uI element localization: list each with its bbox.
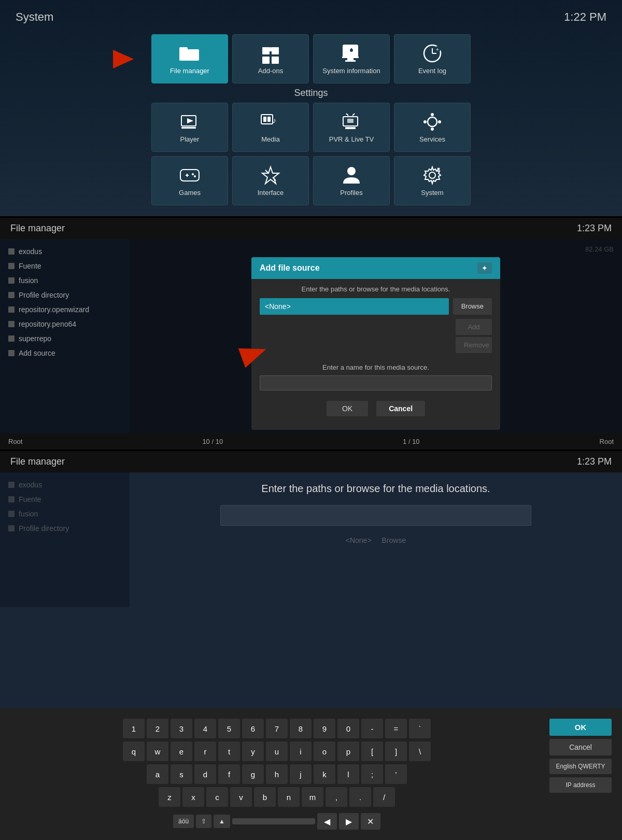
kb-key-y[interactable]: y xyxy=(242,741,264,761)
kb-backspace-button[interactable]: ✕ xyxy=(361,813,380,830)
kb-key-l[interactable]: l xyxy=(337,764,359,784)
tile-profiles[interactable]: Profiles xyxy=(313,156,390,205)
kb-key-e[interactable]: e xyxy=(171,741,192,761)
kb-key-r[interactable]: r xyxy=(194,741,216,761)
kb-nav-left-button[interactable]: ◀ xyxy=(317,813,337,830)
tile-event-log[interactable]: + Event log xyxy=(394,34,471,83)
kb-key-5[interactable]: 5 xyxy=(218,719,240,738)
tile-system-information[interactable]: System information xyxy=(313,34,390,83)
kb-key-slash[interactable]: / xyxy=(373,787,395,807)
dialog-name-label: Enter a name for this media source. xyxy=(260,363,492,371)
kb-key-3[interactable]: 3 xyxy=(171,719,192,738)
sidebar-item-fuente[interactable]: Fuente xyxy=(0,259,130,273)
svg-point-44 xyxy=(347,167,356,175)
kb-caps-button[interactable]: ▲ xyxy=(214,815,230,828)
keyboard-input-section: File manager 1:23 PM exodus Fuente fusio… xyxy=(0,451,622,840)
kb-key-9[interactable]: 9 xyxy=(314,719,335,738)
kb-cancel-button[interactable]: Cancel xyxy=(549,739,612,755)
kb-key-k[interactable]: k xyxy=(314,764,335,784)
kb-key-1[interactable]: 1 xyxy=(123,719,145,738)
dialog-source-input[interactable]: <None> xyxy=(260,298,449,315)
kb-key-h[interactable]: h xyxy=(266,764,288,784)
dialog-remove-button[interactable]: Remove xyxy=(456,337,492,353)
tile-media[interactable]: ♪ Media xyxy=(232,103,309,152)
kb-key-quote[interactable]: ' xyxy=(385,764,407,784)
tile-services[interactable]: Services xyxy=(394,103,471,152)
kb-special-chars-button[interactable]: äöü xyxy=(173,815,194,828)
s3-url-input[interactable] xyxy=(220,505,531,526)
sidebar-item-add-source[interactable]: Add source xyxy=(0,346,130,360)
kb-language-button[interactable]: English QWERTY xyxy=(549,759,612,774)
kb-key-2[interactable]: 2 xyxy=(147,719,168,738)
kb-key-backslash[interactable]: \ xyxy=(409,741,431,761)
kb-key-0[interactable]: 0 xyxy=(337,719,359,738)
dialog-name-input[interactable] xyxy=(260,375,492,390)
dialog-cancel-button[interactable]: Cancel xyxy=(376,401,425,416)
kb-key-z[interactable]: z xyxy=(159,787,180,807)
sidebar-item-repo-peno64[interactable]: repository.peno64 xyxy=(0,317,130,331)
kb-key-i[interactable]: i xyxy=(290,741,312,761)
kb-key-4[interactable]: 4 xyxy=(194,719,216,738)
kb-key-8[interactable]: 8 xyxy=(290,719,312,738)
sidebar-item-profile-directory[interactable]: Profile directory xyxy=(0,288,130,302)
kb-ok-button[interactable]: OK xyxy=(549,719,612,736)
sidebar-item-repo-openwizard[interactable]: repository.openwizard xyxy=(0,302,130,317)
tile-player[interactable]: Player xyxy=(151,103,228,152)
kb-space-button[interactable] xyxy=(232,818,315,824)
kb-key-t[interactable]: t xyxy=(218,741,240,761)
tile-interface[interactable]: Interface xyxy=(232,156,309,205)
kb-key-semicolon[interactable]: ; xyxy=(361,764,383,784)
kb-key-n[interactable]: n xyxy=(278,787,300,807)
kb-key-d[interactable]: d xyxy=(194,764,216,784)
kb-key-minus[interactable]: - xyxy=(361,719,383,738)
kb-ip-address-button[interactable]: IP address xyxy=(549,777,612,793)
dialog-subtitle: Enter the paths or browse for the media … xyxy=(260,285,492,293)
tile-games[interactable]: Games xyxy=(151,156,228,205)
kb-key-lbracket[interactable]: [ xyxy=(361,741,383,761)
sidebar-item-fusion[interactable]: fusion xyxy=(0,273,130,288)
svg-line-28 xyxy=(346,114,348,116)
kb-key-j[interactable]: j xyxy=(290,764,312,784)
dialog-header: Add file source ✦ xyxy=(251,257,500,279)
s1-app-title: System xyxy=(16,10,53,24)
dialog-close-button[interactable]: ✦ xyxy=(477,262,492,274)
kb-key-6[interactable]: 6 xyxy=(242,719,264,738)
kb-key-7[interactable]: 7 xyxy=(266,719,288,738)
kb-key-m[interactable]: m xyxy=(302,787,323,807)
kb-key-u[interactable]: u xyxy=(266,741,288,761)
kb-key-s[interactable]: s xyxy=(171,764,192,784)
tile-system[interactable]: System xyxy=(394,156,471,205)
kb-key-f[interactable]: f xyxy=(218,764,240,784)
kb-key-b[interactable]: b xyxy=(254,787,276,807)
kb-key-x[interactable]: x xyxy=(182,787,204,807)
kb-key-comma[interactable]: , xyxy=(326,787,347,807)
folder-icon xyxy=(8,306,15,313)
dialog-ok-button[interactable]: OK xyxy=(327,401,368,416)
kb-key-c[interactable]: c xyxy=(206,787,228,807)
kb-key-w[interactable]: w xyxy=(147,741,168,761)
kb-key-p[interactable]: p xyxy=(337,741,359,761)
dialog-add-button[interactable]: Add xyxy=(456,319,492,335)
s1-header: System 1:22 PM xyxy=(16,10,606,24)
tile-pvr[interactable]: PVR & Live TV xyxy=(313,103,390,152)
tile-add-ons[interactable]: Add-ons xyxy=(232,34,309,83)
kb-key-period[interactable]: . xyxy=(349,787,371,807)
kb-key-g[interactable]: g xyxy=(242,764,264,784)
kb-key-equals[interactable]: = xyxy=(385,719,407,738)
sidebar-item-exodus[interactable]: exodus xyxy=(0,244,130,259)
kb-key-backtick[interactable]: ` xyxy=(409,719,431,738)
dialog-browse-button[interactable]: Browse xyxy=(453,298,492,315)
kb-key-rbracket[interactable]: ] xyxy=(385,741,407,761)
svg-rect-23 xyxy=(261,115,273,124)
kb-nav-right-button[interactable]: ▶ xyxy=(339,813,359,830)
kb-key-o[interactable]: o xyxy=(314,741,335,761)
sidebar-item-superrepo[interactable]: superrepo xyxy=(0,331,130,346)
tile-file-manager[interactable]: File manager xyxy=(151,34,228,83)
svg-rect-37 xyxy=(180,170,199,181)
kb-key-q[interactable]: q xyxy=(123,741,145,761)
kb-key-v[interactable]: v xyxy=(230,787,252,807)
kb-key-a[interactable]: a xyxy=(147,764,168,784)
footer-left: Root xyxy=(8,438,22,445)
kb-shift-button[interactable]: ⇧ xyxy=(196,815,211,828)
s3-header: File manager 1:23 PM xyxy=(0,451,622,472)
